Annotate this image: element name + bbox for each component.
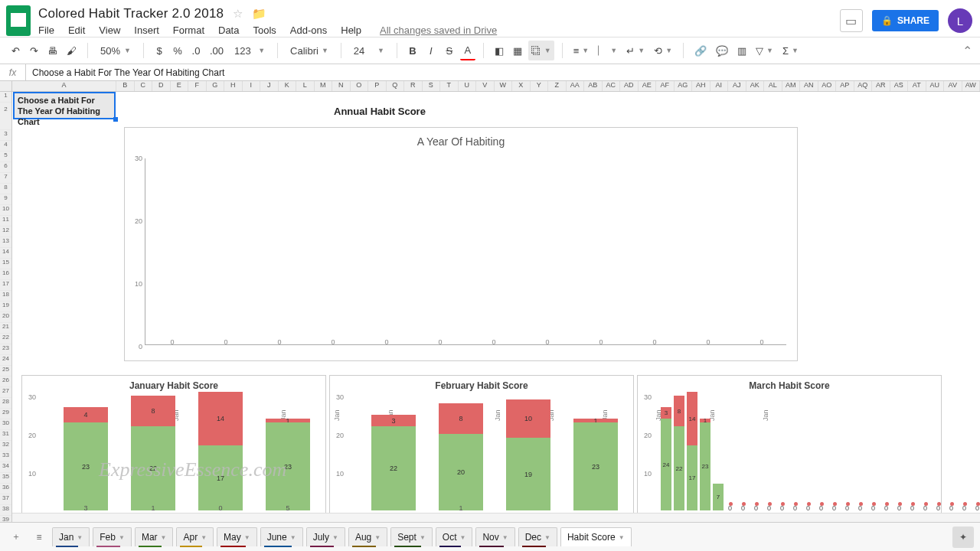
row-header[interactable]: 3 bbox=[0, 130, 11, 141]
column-header[interactable]: AP bbox=[836, 81, 854, 91]
functions-button[interactable]: Σ▼ bbox=[779, 41, 802, 60]
formula-input[interactable]: Choose a Habit For The Year Of Habiting … bbox=[26, 67, 224, 78]
column-header[interactable]: AB bbox=[584, 81, 603, 91]
row-header[interactable]: 18 bbox=[0, 291, 11, 302]
row-header[interactable]: 14 bbox=[0, 248, 11, 259]
row-header[interactable]: 33 bbox=[0, 452, 11, 462]
horizontal-scrollbar[interactable] bbox=[12, 513, 980, 522]
column-header[interactable]: I bbox=[243, 81, 261, 91]
document-title[interactable]: Colored Habit Tracker 2.0 2018 bbox=[38, 6, 224, 21]
save-status[interactable]: All changes saved in Drive bbox=[380, 24, 497, 36]
print-button[interactable]: 🖶 bbox=[44, 41, 60, 60]
chevron-down-icon[interactable]: ▼ bbox=[502, 534, 508, 541]
currency-button[interactable]: $ bbox=[152, 41, 167, 60]
row-header[interactable]: 23 bbox=[0, 344, 11, 355]
chevron-down-icon[interactable]: ▼ bbox=[420, 534, 426, 541]
column-header[interactable]: AH bbox=[692, 81, 710, 91]
column-header[interactable]: AM bbox=[782, 81, 801, 91]
column-header[interactable]: AQ bbox=[854, 81, 873, 91]
january-chart[interactable]: January Habit Score 10203042338221141701… bbox=[21, 375, 326, 520]
decrease-decimal-button[interactable]: .0 bbox=[188, 41, 204, 60]
row-header[interactable]: 20 bbox=[0, 312, 11, 323]
insert-comment-button[interactable]: 💬 bbox=[713, 41, 731, 60]
chevron-down-icon[interactable]: ▼ bbox=[459, 534, 466, 541]
column-header[interactable]: AR bbox=[872, 81, 890, 91]
menu-view[interactable]: View bbox=[99, 24, 120, 36]
sheet-tab-nov[interactable]: Nov▼ bbox=[475, 527, 514, 546]
all-sheets-button[interactable]: ≡ bbox=[29, 527, 49, 547]
italic-button[interactable]: I bbox=[423, 41, 439, 60]
column-header[interactable]: J bbox=[260, 81, 279, 91]
row-header[interactable]: 28 bbox=[0, 398, 11, 409]
row-header[interactable]: 9 bbox=[0, 194, 11, 205]
column-header[interactable]: AT bbox=[908, 81, 926, 91]
column-header[interactable]: AE bbox=[639, 81, 657, 91]
row-header[interactable]: 5 bbox=[0, 152, 11, 162]
menu-help[interactable]: Help bbox=[341, 24, 361, 36]
row-header[interactable]: 10 bbox=[0, 205, 11, 216]
row-header[interactable]: 37 bbox=[0, 494, 11, 505]
column-header[interactable]: D bbox=[152, 81, 171, 91]
menu-format[interactable]: Format bbox=[173, 24, 204, 36]
column-header[interactable]: K bbox=[279, 81, 297, 91]
column-header[interactable]: T bbox=[440, 81, 459, 91]
row-header[interactable]: 36 bbox=[0, 484, 11, 494]
row-header[interactable]: 11 bbox=[0, 216, 11, 227]
chevron-down-icon[interactable]: ▼ bbox=[290, 534, 296, 541]
row-header[interactable]: 31 bbox=[0, 430, 11, 441]
sheet-tab-habit-score[interactable]: Habit Score▼ bbox=[560, 527, 632, 546]
row-header[interactable]: 4 bbox=[0, 141, 11, 152]
row-header[interactable]: 15 bbox=[0, 259, 11, 269]
row-header[interactable]: 34 bbox=[0, 462, 11, 473]
chevron-down-icon[interactable]: ▼ bbox=[244, 534, 250, 541]
explore-button[interactable]: ✦ bbox=[952, 527, 974, 548]
row-header[interactable]: 32 bbox=[0, 441, 11, 452]
column-header[interactable]: G bbox=[207, 81, 225, 91]
column-header[interactable]: AV bbox=[944, 81, 962, 91]
column-header[interactable]: AF bbox=[656, 81, 675, 91]
row-header[interactable]: 6 bbox=[0, 162, 11, 173]
column-header[interactable]: L bbox=[296, 81, 315, 91]
menu-file[interactable]: File bbox=[38, 24, 54, 36]
merge-cells-button[interactable]: ⿻▼ bbox=[528, 41, 554, 60]
spreadsheet-grid[interactable]: A BCDEFGHIJKLMNOPQRSTUVWXYZAAABACADAEAFA… bbox=[0, 81, 980, 522]
vertical-align-button[interactable]: ⎸▼ bbox=[595, 41, 620, 60]
share-button[interactable]: 🔒 SHARE bbox=[872, 10, 939, 31]
chevron-down-icon[interactable]: ▼ bbox=[201, 534, 207, 541]
menu-edit[interactable]: Edit bbox=[68, 24, 85, 36]
insert-chart-button[interactable]: ▥ bbox=[734, 41, 750, 60]
row-header[interactable]: 16 bbox=[0, 269, 11, 280]
chevron-down-icon[interactable]: ▼ bbox=[619, 534, 625, 541]
column-header[interactable]: U bbox=[459, 81, 477, 91]
menu-tools[interactable]: Tools bbox=[253, 24, 276, 36]
chevron-down-icon[interactable]: ▼ bbox=[544, 534, 550, 541]
row-header[interactable]: 29 bbox=[0, 409, 11, 419]
column-header[interactable]: AS bbox=[890, 81, 909, 91]
sheet-tab-mar[interactable]: Mar▼ bbox=[135, 527, 174, 546]
sheet-tab-june[interactable]: June▼ bbox=[260, 527, 303, 546]
column-header[interactable]: AU bbox=[926, 81, 945, 91]
fx-icon[interactable]: fx bbox=[0, 64, 26, 80]
column-header[interactable]: M bbox=[315, 81, 333, 91]
account-avatar[interactable]: L bbox=[948, 8, 972, 33]
font-family-dropdown[interactable]: Calibri▼ bbox=[286, 41, 333, 60]
sheet-tab-feb[interactable]: Feb▼ bbox=[93, 527, 132, 546]
strikethrough-button[interactable]: S bbox=[442, 41, 457, 60]
annual-chart[interactable]: A Year Of Habiting 0102030Jan0Jan0Jan0Ja… bbox=[124, 127, 798, 361]
row-header[interactable]: 25 bbox=[0, 366, 11, 377]
menu-insert[interactable]: Insert bbox=[134, 24, 159, 36]
column-header[interactable]: E bbox=[171, 81, 189, 91]
number-format-dropdown[interactable]: 123▼ bbox=[230, 41, 270, 60]
undo-button[interactable]: ↶ bbox=[8, 41, 23, 60]
column-header[interactable]: P bbox=[368, 81, 387, 91]
row-header[interactable]: 17 bbox=[0, 280, 11, 291]
row-header[interactable]: 30 bbox=[0, 419, 11, 430]
column-header[interactable]: O bbox=[351, 81, 369, 91]
column-header[interactable]: N bbox=[332, 81, 351, 91]
folder-icon[interactable]: 📁 bbox=[252, 7, 266, 21]
column-header[interactable]: Q bbox=[387, 81, 405, 91]
chevron-down-icon[interactable]: ▼ bbox=[119, 534, 125, 541]
column-header[interactable]: AN bbox=[800, 81, 818, 91]
column-header[interactable]: H bbox=[224, 81, 243, 91]
column-header[interactable]: AC bbox=[603, 81, 621, 91]
